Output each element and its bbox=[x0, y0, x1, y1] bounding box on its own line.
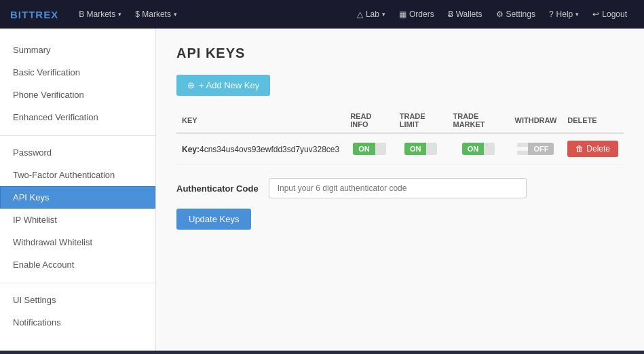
key-string: 4cns34us4ovs93ewfdd3sd7yuv328ce3 bbox=[200, 145, 339, 154]
nav-wallets[interactable]: Ƀ Wallets bbox=[441, 0, 489, 29]
sidebar-item-two-factor-label: Two-Factor Authentication bbox=[13, 170, 115, 180]
sidebar-item-password[interactable]: Password bbox=[0, 141, 155, 164]
lab-icon: △ bbox=[357, 0, 363, 29]
lab-chevron-icon: ▾ bbox=[382, 0, 385, 29]
top-navigation: BITTREX B Markets ▾ $ Markets ▾ △ Lab ▾ … bbox=[0, 0, 644, 29]
sidebar-item-two-factor[interactable]: Two-Factor Authentication bbox=[0, 164, 155, 186]
dollar-markets-chevron-icon: ▾ bbox=[174, 0, 177, 29]
col-trade-market: TRADE MARKET bbox=[448, 108, 510, 133]
delete-cell: 🗑 Delete bbox=[562, 133, 624, 164]
sidebar-item-summary[interactable]: Summary bbox=[0, 39, 155, 61]
footer-links: About Privacy Website Status API Documen… bbox=[0, 351, 644, 354]
col-withdraw: WITHDRAW bbox=[510, 108, 563, 133]
sidebar-group-security: Password Two-Factor Authentication API K… bbox=[0, 141, 155, 276]
key-label: Key: bbox=[182, 145, 200, 154]
withdraw-toggle[interactable]: OFF bbox=[517, 143, 554, 155]
withdraw-cell: OFF bbox=[510, 133, 563, 164]
sidebar-item-basic-verification-label: Basic Verification bbox=[13, 67, 80, 77]
auth-code-label: Authenticator Code bbox=[176, 183, 259, 194]
sidebar-item-notifications-label: Notifications bbox=[13, 317, 61, 328]
nav-dollar-markets-label: $ Markets bbox=[135, 0, 171, 29]
sidebar-item-enable-account-label: Enable Account bbox=[13, 260, 74, 270]
sidebar-item-enable-account[interactable]: Enable Account bbox=[0, 253, 155, 276]
sidebar-item-enhanced-verification[interactable]: Enhanced Verification bbox=[0, 106, 155, 128]
api-table-header-row: KEY READ INFO TRADE LIMIT TRADE MARKET W… bbox=[176, 108, 624, 133]
add-key-plus-icon: ⊕ bbox=[187, 80, 195, 90]
nav-wallets-label: Wallets bbox=[456, 0, 482, 29]
trade-market-on-label: ON bbox=[462, 143, 485, 155]
sidebar-item-ip-whitelist-label: IP Whitelist bbox=[13, 215, 57, 225]
help-icon: ? bbox=[549, 0, 554, 29]
nav-lab[interactable]: △ Lab ▾ bbox=[350, 0, 392, 29]
nav-help[interactable]: ? Help ▾ bbox=[542, 0, 586, 29]
nav-dollar-markets[interactable]: $ Markets ▾ bbox=[128, 0, 184, 29]
nav-b-markets-label: B Markets bbox=[79, 0, 115, 29]
delete-label: Delete bbox=[586, 144, 610, 154]
nav-settings[interactable]: ⚙ Settings bbox=[489, 0, 542, 29]
sidebar-item-ui-settings[interactable]: UI Settings bbox=[0, 289, 155, 311]
logo-name: ITTREX bbox=[18, 9, 58, 20]
right-nav: △ Lab ▾ ▦ Orders Ƀ Wallets ⚙ Settings ? … bbox=[350, 0, 634, 29]
col-key: KEY bbox=[176, 108, 345, 133]
delete-trash-icon: 🗑 bbox=[575, 144, 584, 154]
sidebar-item-ui-settings-label: UI Settings bbox=[13, 295, 56, 305]
sidebar-item-phone-verification-label: Phone Verification bbox=[13, 90, 84, 100]
trade-limit-on-label: ON bbox=[404, 143, 427, 155]
trade-limit-toggle[interactable]: ON bbox=[404, 143, 438, 155]
nav-logout-label: Logout bbox=[602, 0, 627, 29]
nav-orders-label: Orders bbox=[409, 0, 434, 29]
read-info-on-label: ON bbox=[353, 143, 375, 155]
nav-settings-label: Settings bbox=[506, 0, 535, 29]
read-info-cell: ON bbox=[345, 133, 394, 164]
table-row: Key:4cns34us4ovs93ewfdd3sd7yuv328ce3 ON … bbox=[176, 133, 624, 164]
sidebar-group-account: Summary Basic Verification Phone Verific… bbox=[0, 39, 155, 128]
col-read-info: READ INFO bbox=[345, 108, 394, 133]
trade-market-cell: ON bbox=[448, 133, 510, 164]
add-key-label: + Add New Key bbox=[199, 80, 259, 90]
trade-market-toggle[interactable]: ON bbox=[462, 143, 495, 155]
trade-limit-off-label bbox=[426, 147, 437, 151]
update-keys-button[interactable]: Update Keys bbox=[176, 209, 251, 230]
api-table-header: KEY READ INFO TRADE LIMIT TRADE MARKET W… bbox=[176, 108, 624, 133]
sidebar-group-preferences: UI Settings Notifications bbox=[0, 289, 155, 334]
sidebar-item-summary-label: Summary bbox=[13, 45, 51, 55]
nav-help-label: Help bbox=[556, 0, 573, 29]
update-keys-label: Update Keys bbox=[189, 214, 239, 224]
wallets-icon: Ƀ bbox=[448, 0, 453, 29]
withdraw-on-part bbox=[517, 147, 528, 151]
key-cell: Key:4cns34us4ovs93ewfdd3sd7yuv328ce3 bbox=[176, 133, 345, 164]
logout-icon: ↩ bbox=[592, 0, 599, 29]
nav-logout[interactable]: ↩ Logout bbox=[586, 0, 634, 29]
b-markets-chevron-icon: ▾ bbox=[118, 0, 121, 29]
col-trade-limit: TRADE LIMIT bbox=[394, 108, 448, 133]
main-content: API KEYS ⊕ + Add New Key KEY READ INFO T… bbox=[156, 29, 644, 351]
orders-icon: ▦ bbox=[399, 0, 406, 29]
delete-key-button[interactable]: 🗑 Delete bbox=[567, 141, 618, 157]
auth-code-input[interactable] bbox=[269, 178, 527, 198]
logo-b: B bbox=[10, 9, 18, 20]
api-keys-table: KEY READ INFO TRADE LIMIT TRADE MARKET W… bbox=[176, 108, 624, 164]
sidebar-item-api-keys-label: API Keys bbox=[13, 192, 49, 202]
sidebar-item-basic-verification[interactable]: Basic Verification bbox=[0, 61, 155, 84]
read-info-toggle[interactable]: ON bbox=[353, 143, 386, 155]
sidebar-item-phone-verification[interactable]: Phone Verification bbox=[0, 84, 155, 106]
api-table-body: Key:4cns34us4ovs93ewfdd3sd7yuv328ce3 ON … bbox=[176, 133, 624, 164]
main-layout: Summary Basic Verification Phone Verific… bbox=[0, 29, 644, 351]
add-new-key-button[interactable]: ⊕ + Add New Key bbox=[176, 75, 270, 96]
sidebar-item-api-keys[interactable]: API Keys bbox=[0, 186, 155, 209]
sidebar-item-password-label: Password bbox=[13, 147, 52, 158]
sidebar-item-notifications[interactable]: Notifications bbox=[0, 311, 155, 334]
authenticator-row: Authenticator Code bbox=[176, 178, 624, 198]
sidebar-item-withdrawal-whitelist-label: Withdrawal Whitelist bbox=[13, 237, 92, 247]
logo[interactable]: BITTREX bbox=[10, 9, 58, 20]
sidebar-divider-2 bbox=[0, 283, 155, 283]
key-value: Key:4cns34us4ovs93ewfdd3sd7yuv328ce3 bbox=[182, 145, 339, 154]
sidebar-item-withdrawal-whitelist[interactable]: Withdrawal Whitelist bbox=[0, 231, 155, 253]
sidebar-item-ip-whitelist[interactable]: IP Whitelist bbox=[0, 209, 155, 231]
help-chevron-icon: ▾ bbox=[575, 0, 579, 29]
nav-orders[interactable]: ▦ Orders bbox=[392, 0, 441, 29]
sidebar-item-enhanced-verification-label: Enhanced Verification bbox=[13, 112, 98, 122]
nav-b-markets[interactable]: B Markets ▾ bbox=[72, 0, 128, 29]
col-delete: DELETE bbox=[562, 108, 624, 133]
trade-market-off-label bbox=[484, 147, 495, 151]
